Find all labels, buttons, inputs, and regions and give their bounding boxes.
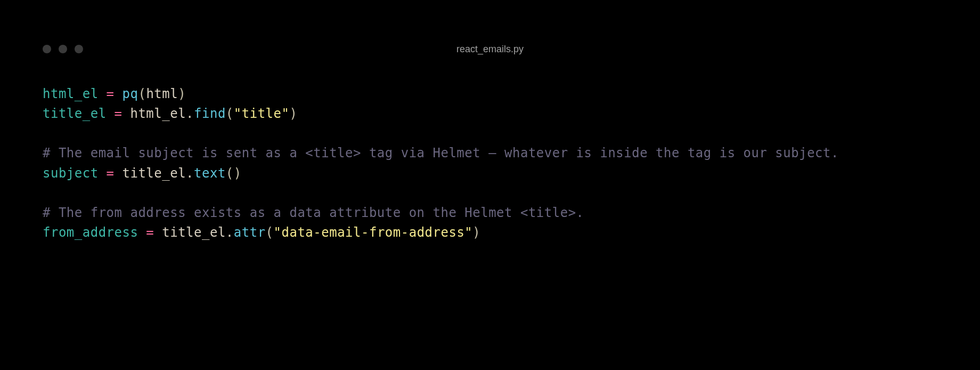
code-token: . (226, 225, 234, 240)
code-token (154, 225, 162, 240)
code-token: pq (123, 86, 138, 101)
code-token: # The from address exists as a data attr… (43, 205, 584, 220)
code-token (115, 166, 123, 181)
code-token: "title" (234, 106, 290, 121)
code-line: # The from address exists as a data attr… (43, 203, 937, 223)
code-token: html (146, 86, 178, 101)
code-token: = (115, 106, 123, 121)
code-token: html_el (43, 86, 99, 101)
code-token (99, 86, 107, 101)
code-token: title_el (162, 225, 226, 240)
code-token: () (226, 166, 242, 181)
code-line (43, 124, 937, 143)
code-token: ) (472, 225, 480, 240)
traffic-light-maximize[interactable] (75, 45, 83, 53)
code-token: html_el (130, 106, 186, 121)
code-line: html_el = pq(html) (43, 84, 937, 104)
code-line: title_el = html_el.find("title") (43, 104, 937, 124)
code-line: from_address = title_el.attr("data-email… (43, 223, 937, 243)
code-token: from_address (43, 225, 138, 240)
code-token: . (186, 106, 194, 121)
code-token: ( (266, 225, 274, 240)
code-token: find (194, 106, 226, 121)
code-token (115, 86, 123, 101)
code-token: ) (289, 106, 297, 121)
code-token: text (194, 166, 226, 181)
code-token: ( (226, 106, 234, 121)
code-token: attr (234, 225, 266, 240)
title-bar: react_emails.py (43, 45, 937, 53)
code-token: subject (43, 166, 99, 181)
code-token: # The email subject is sent as a <title>… (43, 146, 839, 160)
code-line: # The email subject is sent as a <title>… (43, 143, 937, 163)
code-token: = (107, 86, 115, 101)
code-token: . (186, 166, 194, 181)
code-token: ( (138, 86, 146, 101)
code-token (99, 166, 107, 181)
code-token: ) (178, 86, 186, 101)
code-token (138, 225, 146, 240)
editor-window: react_emails.py html_el = pq(html) title… (0, 0, 980, 243)
code-token (107, 106, 115, 121)
traffic-lights (43, 45, 83, 53)
traffic-light-close[interactable] (43, 45, 51, 53)
code-token (123, 106, 130, 121)
code-token: = (146, 225, 154, 240)
traffic-light-minimize[interactable] (59, 45, 67, 53)
code-line: subject = title_el.text() (43, 164, 937, 183)
code-area[interactable]: html_el = pq(html) title_el = html_el.fi… (43, 84, 937, 243)
filename-label: react_emails.py (456, 44, 524, 55)
code-token: "data-email-from-address" (274, 225, 473, 240)
code-token: = (107, 166, 115, 181)
code-line (43, 183, 937, 203)
code-token: title_el (123, 166, 186, 181)
code-token: title_el (43, 106, 107, 121)
